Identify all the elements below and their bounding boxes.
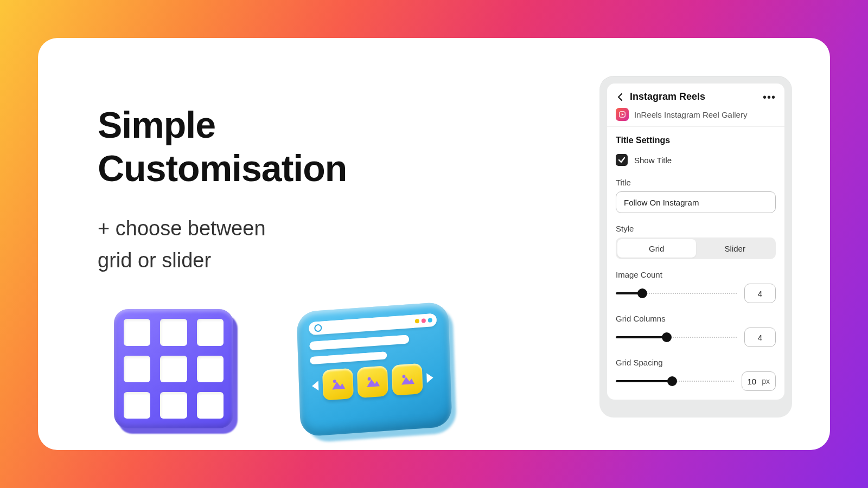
image-count-value[interactable]: 4 <box>744 284 776 303</box>
chevron-right-icon <box>426 373 433 383</box>
app-row: InReels Instagram Reel Gallery <box>616 108 776 121</box>
sub-line-1: + choose between <box>98 217 266 240</box>
grid-icon <box>114 309 233 428</box>
app-icon <box>616 108 629 121</box>
settings-panel-wrap: Instagram Reels ••• InReels Instagram Re… <box>575 76 792 418</box>
sub-line-2: grid or slider <box>98 249 211 272</box>
image-count-label: Image Count <box>616 270 776 279</box>
grid-columns-slider[interactable] <box>616 332 737 343</box>
style-option-slider[interactable]: Slider <box>696 239 775 258</box>
svg-point-1 <box>333 380 336 383</box>
panel-title: Instagram Reels <box>630 91 757 102</box>
image-count-slider[interactable] <box>616 288 737 299</box>
headline: Simple Customisation <box>98 103 575 190</box>
grid-spacing-label: Grid Spacing <box>616 358 776 367</box>
panel-header: Instagram Reels ••• InReels Instagram Re… <box>607 84 784 127</box>
svg-point-3 <box>368 377 371 381</box>
illustration-row <box>98 309 575 434</box>
svg-marker-7 <box>622 113 624 116</box>
settings-panel: Instagram Reels ••• InReels Instagram Re… <box>599 76 792 418</box>
style-segmented: Grid Slider <box>616 237 776 259</box>
title-field-label: Title <box>616 178 776 187</box>
app-name: InReels Instagram Reel Gallery <box>634 110 747 119</box>
svg-point-5 <box>402 375 405 378</box>
promo-card: Simple Customisation + choose between gr… <box>38 38 830 450</box>
grid-spacing-unit: px <box>762 377 770 386</box>
subheadline: + choose between grid or slider <box>98 213 575 277</box>
back-button[interactable] <box>616 93 624 101</box>
grid-spacing-value[interactable]: 10 px <box>742 371 776 391</box>
style-option-grid[interactable]: Grid <box>617 239 696 258</box>
slider-icon <box>296 301 452 437</box>
show-title-checkbox[interactable] <box>616 154 628 166</box>
section-title: Title Settings <box>616 136 776 145</box>
grid-columns-label: Grid Columns <box>616 314 776 323</box>
style-field-label: Style <box>616 224 776 233</box>
grid-spacing-slider[interactable] <box>616 376 734 387</box>
headline-line-2: Customisation <box>98 147 347 189</box>
grid-columns-value[interactable]: 4 <box>744 328 776 347</box>
title-input[interactable] <box>616 191 776 213</box>
more-button[interactable]: ••• <box>763 94 776 100</box>
hero-copy: Simple Customisation + choose between gr… <box>98 76 575 418</box>
chevron-left-icon <box>312 381 319 391</box>
headline-line-1: Simple <box>98 104 215 145</box>
show-title-label: Show Title <box>634 156 672 165</box>
